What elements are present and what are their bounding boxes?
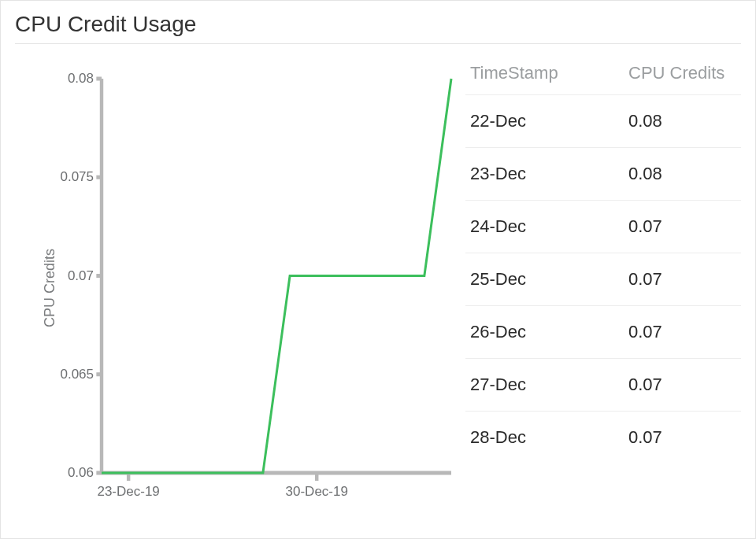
cell-cpu: 0.07: [624, 253, 741, 306]
panel: CPU Credit Usage CPU Credits 0.08 0.075 …: [0, 0, 756, 539]
y-tick-label: 0.06: [46, 465, 94, 481]
cell-timestamp: 26-Dec: [465, 306, 624, 359]
cell-timestamp: 25-Dec: [465, 253, 624, 306]
table-row: 27-Dec 0.07: [465, 359, 741, 412]
cell-timestamp: 27-Dec: [465, 359, 624, 412]
panel-title: CPU Credit Usage: [15, 12, 741, 37]
chart-svg: [102, 79, 451, 473]
cell-timestamp: 23-Dec: [465, 148, 624, 201]
col-header-cpu: CPU Credits: [624, 55, 741, 95]
chart-column: CPU Credits 0.08 0.075 0.07 0.065 0.06: [15, 55, 451, 520]
table-row: 25-Dec 0.07: [465, 253, 741, 306]
y-tick-label: 0.065: [46, 367, 94, 382]
table-column: TimeStamp CPU Credits 22-Dec 0.08 23-Dec…: [465, 55, 741, 520]
cell-timestamp: 22-Dec: [465, 95, 624, 148]
cell-cpu: 0.07: [624, 201, 741, 253]
plot-area: [102, 79, 451, 473]
table-row: 23-Dec 0.08: [465, 148, 741, 201]
cell-cpu: 0.07: [624, 306, 741, 359]
chart-wrap: CPU Credits 0.08 0.075 0.07 0.065 0.06: [15, 55, 451, 520]
x-axis-labels: 23-Dec-19 30-Dec-19: [102, 484, 451, 503]
table-row: 22-Dec 0.08: [465, 95, 741, 148]
cell-timestamp: 24-Dec: [465, 201, 624, 253]
y-tick-label: 0.08: [46, 71, 94, 87]
table-row: 28-Dec 0.07: [465, 412, 741, 464]
y-tick-label: 0.07: [46, 268, 94, 284]
cell-cpu: 0.07: [624, 412, 741, 464]
cell-timestamp: 28-Dec: [465, 412, 624, 464]
x-tick-label: 23-Dec-19: [97, 484, 159, 500]
cell-cpu: 0.07: [624, 359, 741, 412]
cell-cpu: 0.08: [624, 148, 741, 201]
cell-cpu: 0.08: [624, 95, 741, 148]
table-row: 26-Dec 0.07: [465, 306, 741, 359]
x-tick-label: 30-Dec-19: [286, 484, 348, 500]
panel-body: CPU Credits 0.08 0.075 0.07 0.065 0.06: [15, 55, 741, 520]
y-axis-labels: 0.08 0.075 0.07 0.065 0.06: [46, 79, 94, 473]
table-row: 24-Dec 0.07: [465, 201, 741, 253]
table-header-row: TimeStamp CPU Credits: [465, 55, 741, 95]
y-tick-label: 0.075: [46, 169, 94, 185]
divider: [15, 43, 741, 44]
data-table: TimeStamp CPU Credits 22-Dec 0.08 23-Dec…: [465, 55, 741, 463]
col-header-timestamp: TimeStamp: [465, 55, 624, 95]
